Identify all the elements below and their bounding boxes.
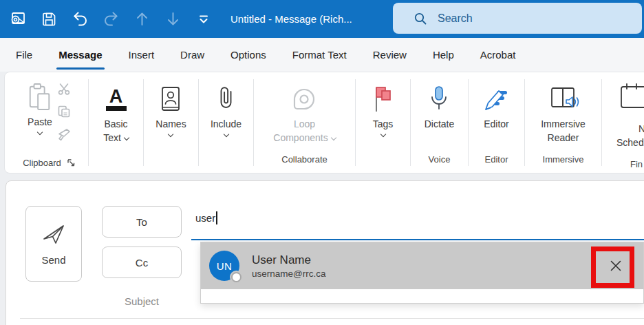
remove-suggestion-button[interactable] [603, 253, 628, 278]
immersive-group-label: Immersive [525, 152, 601, 173]
paperclip-icon [215, 81, 237, 117]
loop-components-chevron-icon [330, 135, 336, 140]
loop-components-button: Loop Components [273, 72, 335, 152]
names-button[interactable]: Names [155, 72, 186, 152]
scheduling-poll-icon[interactable] [616, 81, 644, 114]
include-button[interactable]: Include [211, 72, 242, 152]
suggestion-name: User Name [252, 253, 326, 267]
basic-text-chevron-icon [124, 135, 129, 140]
quick-access-toolbar [0, 10, 213, 28]
suggestion-email: username@rrc.ca [252, 269, 326, 279]
address-book-icon [158, 81, 183, 117]
scheduling-poll-label-2: Sched [616, 137, 644, 148]
send-label: Send [41, 254, 65, 266]
immersive-group: Immersive Reader Immersive [525, 72, 601, 173]
send-button[interactable]: Send [25, 206, 82, 282]
editor-group: Editor Editor [469, 72, 524, 173]
window-title: Untitled - Message (Rich... [230, 13, 352, 25]
to-recipient-input[interactable]: user [195, 211, 217, 224]
tab-message[interactable]: Message [45, 38, 115, 72]
ribbon: Paste [4, 72, 644, 174]
scheduling-poll-label: N [638, 123, 644, 134]
immersive-reader-button[interactable]: Immersive Reader [541, 72, 586, 152]
suggestion-item[interactable]: UN User Name username@rrc.ca [201, 242, 643, 289]
subject-label: Subject [102, 295, 182, 307]
immersive-reader-icon [546, 81, 581, 117]
tags-button[interactable]: Tags [372, 72, 395, 152]
editor-group-label: Editor [469, 152, 524, 173]
basic-text-group: A Basic Text [89, 72, 143, 173]
voice-group: Dictate Voice [411, 72, 468, 173]
tab-format-text[interactable]: Format Text [279, 38, 360, 72]
tags-chevron-icon [380, 132, 385, 137]
dictate-button[interactable]: Dictate [425, 72, 455, 152]
outlook-app-icon [9, 10, 27, 28]
avatar-initials: UN [217, 260, 233, 272]
scheduling-group-label: Fin [630, 159, 643, 169]
tab-file[interactable]: File [3, 38, 45, 72]
title-bar: Untitled - Message (Rich... Search [0, 0, 644, 38]
tab-draw[interactable]: Draw [167, 38, 217, 72]
editor-button[interactable]: Editor [482, 72, 511, 152]
voice-group-label: Voice [411, 152, 468, 173]
clipboard-group-label: Clipboard [23, 158, 61, 168]
flag-icon [372, 81, 395, 117]
save-icon[interactable] [40, 10, 58, 28]
cut-icon[interactable] [57, 82, 72, 98]
copy-icon[interactable] [57, 105, 72, 121]
presence-status-icon [231, 272, 242, 282]
search-placeholder: Search [438, 12, 473, 25]
include-chevron-icon [223, 132, 228, 137]
send-plane-icon [41, 222, 67, 246]
search-icon [414, 12, 427, 25]
microphone-icon [427, 81, 451, 117]
to-button[interactable]: To [102, 206, 182, 238]
collaborate-group-label: Collaborate [254, 152, 355, 173]
customize-toolbar-icon[interactable] [195, 10, 213, 28]
move-down-icon [164, 10, 182, 28]
include-group: Include [199, 72, 253, 173]
tab-options[interactable]: Options [217, 38, 279, 72]
tags-group: Tags [356, 72, 410, 173]
cc-button[interactable]: Cc [102, 247, 182, 278]
names-chevron-icon [168, 132, 173, 137]
paste-button[interactable]: Paste [27, 79, 53, 152]
search-input[interactable]: Search [393, 3, 642, 34]
compose-panel: Send To Cc Subject user UN User Name use… [6, 180, 644, 325]
undo-icon[interactable] [71, 10, 89, 28]
subject-field-divider[interactable] [20, 318, 644, 319]
redo-icon [102, 10, 120, 28]
tab-help[interactable]: Help [420, 38, 467, 72]
editor-pen-icon [482, 81, 511, 117]
text-cursor [216, 211, 217, 224]
basic-text-icon: A [106, 81, 127, 117]
to-field-focus-underline [191, 239, 644, 240]
basic-text-button[interactable]: A Basic Text [103, 72, 129, 152]
format-painter-icon[interactable] [57, 127, 72, 145]
clipboard-dialog-launcher-icon[interactable] [67, 158, 76, 167]
loop-components-icon [289, 81, 319, 117]
avatar: UN [209, 251, 239, 281]
close-icon [608, 258, 623, 273]
clipboard-group: Paste [10, 72, 88, 173]
scheduling-poll-group: N Sched Fin [602, 72, 644, 173]
paste-dropdown-chevron-icon[interactable] [37, 129, 43, 135]
tab-insert[interactable]: Insert [116, 38, 168, 72]
recipient-suggestion-dropdown: UN User Name username@rrc.ca [200, 242, 644, 304]
paste-clipboard-icon [27, 79, 53, 115]
move-up-icon [133, 10, 151, 28]
tab-review[interactable]: Review [360, 38, 420, 72]
names-group: Names [144, 72, 198, 173]
ribbon-tab-bar: File Message Insert Draw Options Format … [0, 38, 644, 72]
collaborate-group: Loop Components Collaborate [254, 72, 355, 173]
tab-acrobat[interactable]: Acrobat [467, 38, 529, 72]
